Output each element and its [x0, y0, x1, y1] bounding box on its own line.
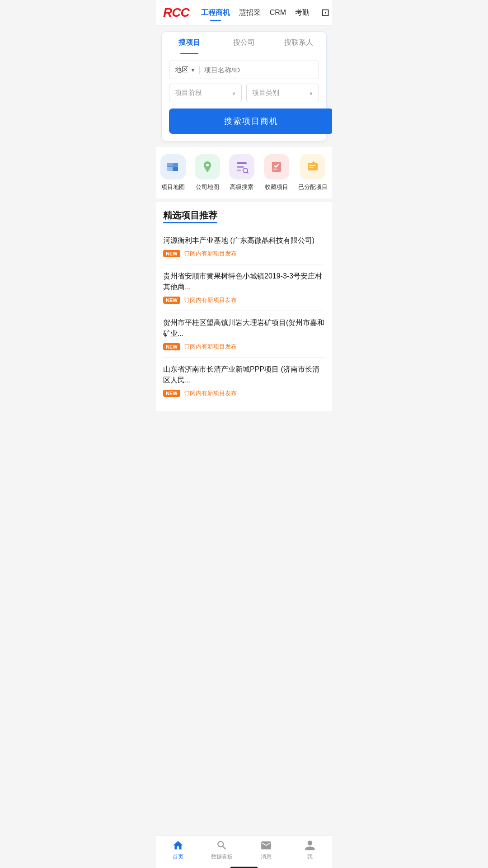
svg-rect-15: [309, 165, 315, 166]
new-badge-1: NEW: [163, 250, 180, 257]
stage-dropdown-arrow: ∨: [232, 90, 236, 96]
assigned-icon: [300, 154, 325, 179]
company-map-label: 公司地图: [196, 183, 219, 191]
search-inputs: 地区 ▼ 项目阶段 ∨ 项目类别 ∨: [162, 54, 326, 102]
svg-rect-9: [237, 170, 241, 171]
project-item-1[interactable]: 河源衡利丰产业基地 (广东高微晶科技有限公司) NEW 订阅内有新项目发布: [163, 229, 325, 264]
project-item-2[interactable]: 贵州省安顺市黄果树特色小城镇2019-3-3号安庄村其他商... NEW 订阅内…: [163, 264, 325, 311]
bottom-nav-profile[interactable]: 我: [288, 840, 333, 861]
nav-item-kaoqin[interactable]: 考勤: [291, 6, 314, 19]
advanced-search-label: 高级搜索: [230, 183, 253, 191]
project-map-label: 项目地图: [161, 183, 185, 191]
location-input-row[interactable]: 地区 ▼: [169, 61, 319, 79]
tab-search-project[interactable]: 搜项目: [162, 32, 216, 54]
bottom-nav-home[interactable]: 首页: [156, 840, 200, 861]
company-map-icon: [195, 154, 220, 179]
project-name-input[interactable]: [204, 66, 313, 74]
section-title-text: 精选项目推荐: [163, 209, 217, 222]
project-map-icon: [160, 154, 186, 179]
home-label: 首页: [173, 853, 183, 861]
project-stage-select[interactable]: 项目阶段 ∨: [169, 84, 242, 102]
quick-action-assigned[interactable]: 已分配项目: [298, 154, 328, 191]
project-title-3: 贺州市平桂区望高镇川岩大理岩矿项目(贺州市嘉和矿业...: [163, 317, 325, 339]
search-tabs: 搜项目 搜公司 搜联系人: [162, 32, 326, 54]
bottom-nav: 首页 数据看板 消息 我: [156, 835, 332, 868]
quick-action-company-map[interactable]: 公司地图: [195, 154, 220, 191]
project-type-label: 项目类别: [252, 89, 279, 97]
mail-icon: [260, 840, 272, 851]
project-badge-row-2: NEW 订阅内有新项目发布: [163, 296, 325, 304]
svg-point-6: [206, 164, 209, 166]
svg-rect-3: [173, 167, 178, 171]
featured-section: 精选项目推荐 河源衡利丰产业基地 (广东高微晶科技有限公司) NEW 订阅内有新…: [156, 202, 332, 411]
quick-action-favorites[interactable]: 收藏项目: [264, 154, 289, 191]
svg-rect-0: [167, 163, 172, 166]
svg-rect-13: [273, 169, 277, 170]
search-button[interactable]: 搜索项目商机: [169, 108, 332, 134]
input-divider: [199, 66, 200, 74]
project-item-3[interactable]: 贺州市平桂区望高镇川岩大理岩矿项目(贺州市嘉和矿业... NEW 订阅内有新项目…: [163, 311, 325, 358]
search-panel: 搜项目 搜公司 搜联系人 地区 ▼ 项目阶段 ∨ 项目类别 ∨: [161, 31, 327, 142]
header-nav: 工程商机 慧招采 CRM 考勤: [197, 6, 314, 19]
badge-text-1: 订阅内有新项目发布: [184, 250, 237, 258]
project-title-2: 贵州省安顺市黄果树特色小城镇2019-3-3号安庄村其他商...: [163, 271, 325, 292]
new-badge-4: NEW: [163, 390, 180, 397]
favorites-label: 收藏项目: [265, 183, 288, 191]
svg-rect-8: [237, 166, 244, 168]
nav-item-huizhao[interactable]: 慧招采: [235, 6, 265, 19]
tab-search-company[interactable]: 搜公司: [216, 32, 271, 54]
assigned-label: 已分配项目: [298, 183, 328, 191]
type-dropdown-arrow: ∨: [309, 90, 313, 96]
home-icon: [172, 840, 184, 851]
project-item-4[interactable]: 山东省济南市长清产业新城PPP项目 (济南市长清区人民... NEW 订阅内有新…: [163, 358, 325, 404]
person-icon: [304, 840, 316, 851]
project-stage-label: 项目阶段: [175, 89, 202, 97]
project-badge-row-1: NEW 订阅内有新项目发布: [163, 250, 325, 258]
svg-rect-1: [167, 167, 172, 171]
dashboard-label: 数据看板: [211, 853, 233, 861]
advanced-search-icon: [229, 154, 254, 179]
search-icon: [216, 840, 228, 851]
quick-actions: 项目地图 公司地图 高级搜索: [156, 147, 332, 198]
tab-search-contact[interactable]: 搜联系人: [272, 32, 326, 54]
nav-item-crm[interactable]: CRM: [265, 7, 291, 19]
project-badge-row-3: NEW 订阅内有新项目发布: [163, 343, 325, 351]
rcc-logo: RCC: [163, 5, 189, 20]
nav-item-gongcheng[interactable]: 工程商机: [197, 6, 235, 19]
profile-label: 我: [307, 853, 313, 861]
badge-text-4: 订阅内有新项目发布: [184, 389, 237, 397]
project-title-4: 山东省济南市长清产业新城PPP项目 (济南市长清区人民...: [163, 364, 325, 386]
quick-action-project-map[interactable]: 项目地图: [160, 154, 186, 191]
new-badge-3: NEW: [163, 343, 180, 350]
section-title: 精选项目推荐: [163, 209, 325, 222]
bottom-nav-messages[interactable]: 消息: [244, 840, 288, 861]
svg-rect-7: [237, 162, 247, 164]
project-badge-row-4: NEW 订阅内有新项目发布: [163, 389, 325, 397]
badge-text-3: 订阅内有新项目发布: [184, 343, 237, 351]
favorites-icon: [264, 154, 289, 179]
project-title-1: 河源衡利丰产业基地 (广东高微晶科技有限公司): [163, 235, 325, 246]
location-dropdown-arrow: ▼: [190, 67, 196, 73]
new-badge-2: NEW: [163, 297, 180, 304]
badge-text-2: 订阅内有新项目发布: [184, 296, 237, 304]
svg-rect-2: [173, 163, 178, 166]
header: RCC 工程商机 慧招采 CRM 考勤 ⊡: [156, 0, 332, 26]
svg-line-11: [247, 172, 249, 174]
messages-label: 消息: [261, 853, 272, 861]
quick-action-advanced-search[interactable]: 高级搜索: [229, 154, 254, 191]
project-type-select[interactable]: 项目类别 ∨: [246, 84, 319, 102]
expand-icon[interactable]: ⊡: [321, 7, 329, 19]
svg-rect-16: [309, 167, 314, 168]
location-label: 地区: [175, 66, 188, 74]
bottom-nav-dashboard[interactable]: 数据看板: [200, 840, 244, 861]
search-row-dropdowns: 项目阶段 ∨ 项目类别 ∨: [169, 84, 319, 102]
